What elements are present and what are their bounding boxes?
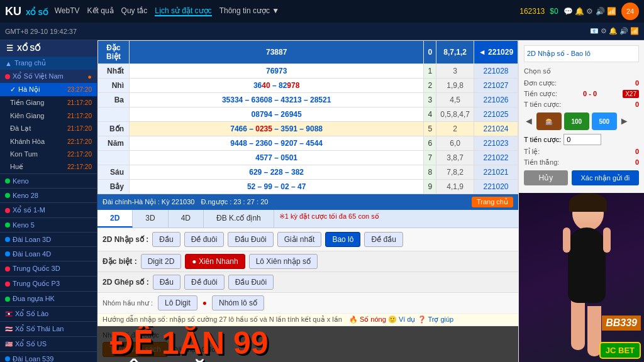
dot-icon: ● [203,299,207,307]
sidebar-xsthailan[interactable]: 🇹🇭Xổ Số Thái Lan [0,321,97,336]
sidebar-keno28[interactable]: Keno 28 [0,188,97,202]
sidebar-xs1m[interactable]: Xổ số 1-M [0,202,97,217]
lottery-table: Đặc Biệt 73887 0 8,7,1,2 ◄ 221029 Nhất 7… [97,40,518,194]
overlay-title: ĐỀ 1ĂN 99 [110,327,506,359]
col-numbers: 73887 [130,41,424,64]
btn-baolo[interactable]: Bao lô [325,232,360,247]
btn-digit2d[interactable]: Digit 2D [141,254,182,269]
xacnhan-button[interactable]: Xác nhận gửi đi [572,170,639,185]
sidebar-xsus[interactable]: 🇺🇸Xổ Số US [0,336,97,351]
tab-dbkcodinh[interactable]: ĐB K.cố định [204,210,274,228]
tab-3d[interactable]: 3D [133,210,168,228]
sidebar-item-hanoi[interactable]: ✓Hà Nội 23:27:20 [0,83,97,96]
sidebar-dailoan3d[interactable]: Đài Loan 3D [0,232,97,246]
2d-nhap-label: 2D Nhập số : [103,235,148,244]
sidebar-xslao[interactable]: 🇱🇦Xổ Số Lào [0,306,97,321]
sidebar-tq3d[interactable]: Trung Quốc 3D [0,261,97,276]
btn-loxien[interactable]: Lô Xiên nhập số [249,254,318,269]
sidebar-item-khanhhoa[interactable]: Khánh Hòa 22:17:20 [0,135,97,148]
btn-deduoi2[interactable]: Đề đuôi [184,275,225,290]
nav-quytac[interactable]: Quy tắc [121,6,148,16]
chip-100[interactable]: 100 [564,112,589,130]
table-row: Nhất 76973 1 3 221028 [98,64,518,79]
dai-chinh: Đài chính-Hà Nội : Kỳ 221030 [103,198,194,206]
right-top: 2D Nhập số - Bao lô Chọn số Đơn cược: 0 … [519,40,644,193]
hot-icon: 🔥 [349,315,358,323]
hint-text: Hướng dẫn nhập số: nhập số cường 27 lô h… [103,315,342,323]
group-label: Nhóm hầu như : [103,299,153,307]
btn-lodigit[interactable]: Lô Digit [158,295,197,310]
stat-tien-cuoc: Tiền cược: 0 - 0 X27 [524,89,639,99]
btn-xiennhanh[interactable]: ● Xiên Nhanh [185,254,245,269]
table-row: Sáu 629 – 228 – 382 8 7,8,2 221021 [98,165,518,180]
btn-nhomlo[interactable]: Nhóm lô số [212,295,264,310]
right-panel: 2D Nhập số - Bao lô Chọn số Đơn cược: 0 … [518,40,644,362]
btn-dauduoi2[interactable]: Đầu Đuôi [228,275,274,290]
sub-icons: 📧 ⚙ 🔔 🔊 📶 [590,27,639,35]
period-selected[interactable]: ◄ 221029 [474,41,518,64]
sidebar-header: ☰ XỔ SỐ [0,40,97,57]
stat-ttien-cuoc: T tiền cược: 0 [524,99,639,110]
header-right: 162313 $0 💬 🔔 ⚙ 🔊 📶 24 [519,3,639,20]
sidebar-keno5[interactable]: Keno 5 [0,217,97,232]
sidebar-item-tiengiang[interactable]: Tiền Giang 21:17:20 [0,96,97,109]
table-row: 4577 – 0501 7 3,8,7 221022 [98,151,518,165]
hint-row: Hướng dẫn nhập số: nhập số cường 27 lô h… [97,314,518,326]
x-badge: X27 [623,90,639,98]
overlay-banner: ĐỀ 1ĂN 99 LÔ: 27 ĂN 99 [97,326,518,362]
table-footer: Đài chính-Hà Nội : Kỳ 221030 Đ.ngược : 2… [97,194,518,210]
sidebar-item-kontum[interactable]: Kon Tum 22:17:20 [0,148,97,160]
d-nguoc: Đ.ngược : 23 : 27 : 20 [201,198,268,206]
sidebar-tqp3[interactable]: Trung Quốc P3 [0,276,97,291]
table-row-bon: Bốn 7466 – 0235 – 3591 – 9088 5 2 221024 [98,122,518,136]
chip-next[interactable]: ► [619,116,630,127]
sidebar-dailoan539[interactable]: Đài Loan 539 [0,351,97,362]
sidebar-keno[interactable]: Keno [0,173,97,188]
so-nong[interactable]: Số nóng [360,315,386,323]
sidebar-item-dalat[interactable]: Đà Lạt 21:17:20 [0,122,97,135]
bet-type-item[interactable]: 2D Nhập số - Bao lô [527,48,636,59]
table-row: Nhì 3640 – 82978 2 1,9,8 221027 [98,79,518,93]
btn-dau2[interactable]: Đầu [153,275,180,290]
nav-lichsu[interactable]: Lịch sử đặt cược [155,6,211,16]
logo-text: KU [5,5,21,18]
nav-ketqua[interactable]: Kết quả [87,6,114,16]
chip-prev[interactable]: ◄ [524,116,534,127]
2d-ghep-label: 2D Ghép số : [103,278,149,287]
sidebar-xsvn[interactable]: Xổ Số Việt Nam ● [0,70,97,83]
sidebar-duangua[interactable]: Đua ngựa HK [0,291,97,306]
huy-button[interactable]: Hủy [524,170,568,185]
btn-giainhat[interactable]: Giải nhất [277,232,322,247]
nav-webtv[interactable]: WebTV [55,6,80,16]
trang-chu-btn[interactable]: Trang chủ [472,197,513,207]
sidebar-dailoan4d[interactable]: Đài Loan 4D [0,246,97,261]
tien-cuoc-input[interactable] [564,134,601,145]
btn-dau[interactable]: Đầu [152,232,180,247]
tab-4d[interactable]: 4D [169,210,204,228]
main-layout: ☰ XỔ SỐ ▲ Trang chủ Xổ Số Việt Nam ● ✓Hà… [0,40,644,362]
chip-brown[interactable]: 🎰 [536,112,562,130]
chip-500[interactable]: 500 [592,112,617,130]
table-row: 08794 – 26945 4 0,5,8,4,7 221025 [98,107,518,122]
tab-2d[interactable]: 2D [97,210,133,228]
bet-note: ※1 kỳ đặt cược tối đa 65 con số [274,210,384,228]
sidebar-item-kiengiang[interactable]: Kiên Giang 21:17:20 [0,109,97,122]
balance: $0 [550,7,558,16]
tro-giup[interactable]: Trợ giúp [428,315,453,323]
user-id: 162313 [519,7,545,16]
btn-deduoi[interactable]: Đề đuôi [184,232,225,247]
table-row: Bảy 52 – 99 – 02 – 47 9 4,1,9 221020 [98,180,518,194]
vi-du[interactable]: Ví dụ [399,315,416,323]
nav-thongtin[interactable]: Thông tin cược ▼ [219,6,280,16]
stat-don-cuoc: Đơn cược: 0 [524,78,639,89]
sidebar-trangchu[interactable]: ▲ Trang chủ [0,57,97,70]
btn-dedau[interactable]: Đề đầu [364,232,402,247]
logo: KU XỔ SỐ [5,5,48,18]
jcbet-badge: JC BET [599,342,641,359]
bet-tabs: 2D 3D 4D ĐB K.cố định ※1 kỳ đặt cược tối… [97,210,518,228]
sidebar-item-hue[interactable]: Huế 22:17:20 [0,160,97,173]
stat-tien-thang: Tiền thắng: 0 [524,157,639,168]
overlay-sub: LÔ: 27 ĂN 99 [110,359,506,362]
btn-dauduoi[interactable]: Đầu Đuôi [228,232,273,247]
chip-row: ◄ 🎰 100 500 ► [524,110,639,133]
